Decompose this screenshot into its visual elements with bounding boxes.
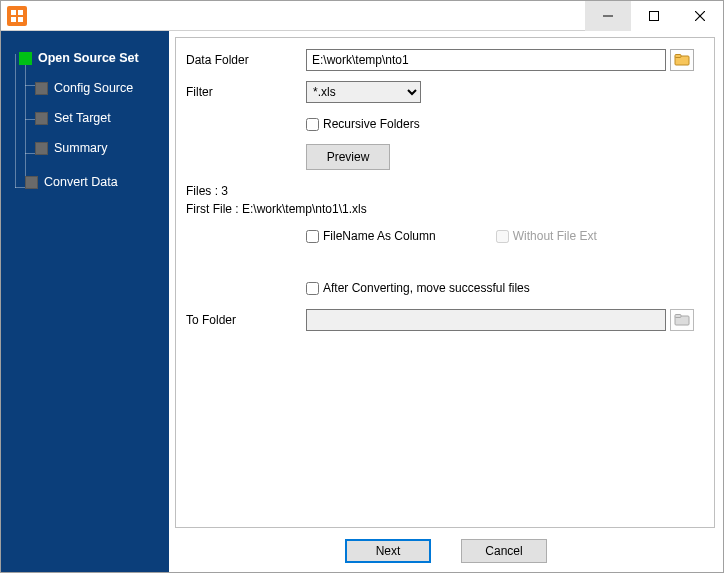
svg-rect-3 xyxy=(18,17,23,22)
svg-rect-2 xyxy=(11,17,16,22)
first-file-text: First File : E:\work\temp\nto1\1.xls xyxy=(186,202,702,216)
svg-rect-5 xyxy=(650,11,659,20)
svg-rect-1 xyxy=(18,10,23,15)
wizard-footer: Next Cancel xyxy=(169,530,723,572)
nav-open-source-set[interactable]: Open Source Set xyxy=(1,43,169,73)
app-icon xyxy=(7,6,27,26)
step-icon xyxy=(35,112,48,125)
filter-label: Filter xyxy=(186,85,306,99)
to-folder-input xyxy=(306,309,666,331)
nav-convert-data[interactable]: Convert Data xyxy=(1,167,169,197)
cancel-button[interactable]: Cancel xyxy=(461,539,547,563)
titlebar xyxy=(1,1,723,31)
filename-as-column-label: FileName As Column xyxy=(323,229,436,243)
svg-rect-11 xyxy=(675,315,681,318)
browse-data-folder-button[interactable] xyxy=(670,49,694,71)
svg-rect-0 xyxy=(11,10,16,15)
browse-to-folder-button xyxy=(670,309,694,331)
nav-set-target[interactable]: Set Target xyxy=(1,103,169,133)
main-panel: Data Folder Filter *.xls xyxy=(175,37,715,528)
step-icon xyxy=(35,142,48,155)
filter-select[interactable]: *.xls xyxy=(306,81,421,103)
sidebar: Open Source Set Config Source Set Target… xyxy=(1,31,169,572)
nav-label: Convert Data xyxy=(44,175,118,189)
nav-label: Summary xyxy=(54,141,107,155)
recursive-folders-label: Recursive Folders xyxy=(323,117,420,131)
next-button[interactable]: Next xyxy=(345,539,431,563)
nav-summary[interactable]: Summary xyxy=(1,133,169,163)
nav-label: Open Source Set xyxy=(38,51,139,65)
app-window: Open Source Set Config Source Set Target… xyxy=(0,0,724,573)
nav-label: Set Target xyxy=(54,111,111,125)
move-successful-label: After Converting, move successful files xyxy=(323,281,530,295)
minimize-button[interactable] xyxy=(585,1,631,31)
close-button[interactable] xyxy=(677,1,723,31)
nav-label: Config Source xyxy=(54,81,133,95)
data-folder-label: Data Folder xyxy=(186,53,306,67)
nav-config-source[interactable]: Config Source xyxy=(1,73,169,103)
without-file-ext-label: Without File Ext xyxy=(513,229,597,243)
active-step-icon xyxy=(19,52,32,65)
without-file-ext-checkbox: Without File Ext xyxy=(496,229,597,243)
files-count-text: Files : 3 xyxy=(186,184,702,198)
maximize-button[interactable] xyxy=(631,1,677,31)
filename-as-column-checkbox[interactable]: FileName As Column xyxy=(306,229,436,243)
step-icon xyxy=(35,82,48,95)
preview-button[interactable]: Preview xyxy=(306,144,390,170)
move-successful-checkbox[interactable]: After Converting, move successful files xyxy=(306,281,530,295)
recursive-folders-checkbox[interactable]: Recursive Folders xyxy=(306,117,420,131)
to-folder-label: To Folder xyxy=(186,313,306,327)
step-icon xyxy=(25,176,38,189)
data-folder-input[interactable] xyxy=(306,49,666,71)
svg-rect-9 xyxy=(675,55,681,58)
